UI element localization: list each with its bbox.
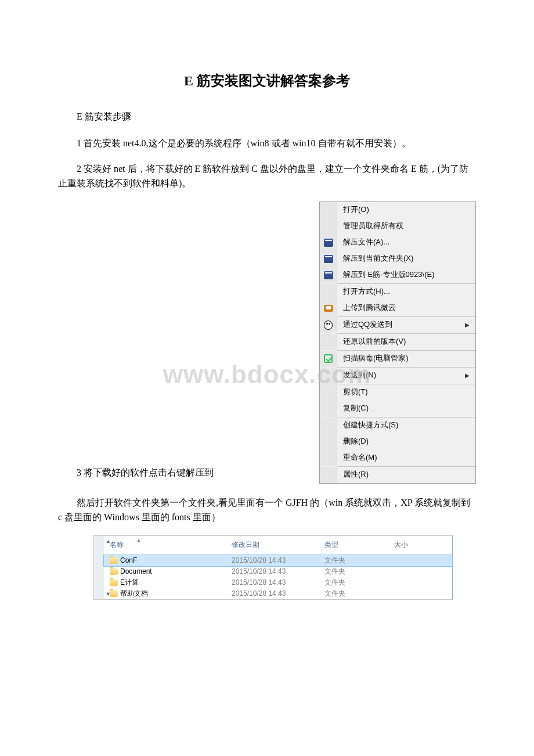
folder-icon	[110, 579, 118, 586]
menu-properties[interactable]: 属性(R)	[320, 467, 475, 483]
menu-qq-send[interactable]: 通过QQ发送到▶	[320, 317, 475, 333]
cloud-icon	[324, 305, 333, 312]
archive-icon	[324, 255, 333, 263]
col-date-header[interactable]: 修改日期	[232, 539, 324, 550]
menu-shortcut[interactable]: 创建快捷方式(S)	[320, 417, 475, 434]
step-4: 然后打开软件文件夹第一个文件夹,看见里面有一个 GJFH 的（win 系统就双击…	[58, 495, 476, 525]
folder-icon	[110, 568, 118, 575]
subtitle: E 筋安装步骤	[58, 109, 476, 124]
menu-extract-e[interactable]: 解压到 E筋-专业版0923\(E)	[320, 267, 475, 283]
menu-open[interactable]: 打开(O)	[320, 202, 475, 218]
document-title: E 筋安装图文讲解答案参考	[58, 70, 476, 92]
file-row[interactable]: E计算 2015/10/28 14:43 文件夹	[104, 577, 452, 588]
submenu-arrow-icon: ▶	[465, 321, 475, 330]
menu-extract-a[interactable]: 解压文件(A)...	[320, 235, 475, 251]
step-1: 1 首先安装 net4.0,这个是必要的系统程序（win8 或者 win10 自…	[58, 136, 476, 151]
menu-rename[interactable]: 重命名(M)	[320, 450, 475, 466]
col-name-header[interactable]: ▲名称	[110, 539, 232, 550]
submenu-arrow-icon: ▶	[465, 371, 475, 380]
menu-open-with[interactable]: 打开方式(H)...	[320, 284, 475, 300]
step-2: 2 安装好 net 后，将下载好的 E 筋软件放到 C 盘以外的盘里，建立一个文…	[58, 161, 476, 191]
menu-cut[interactable]: 剪切(T)	[320, 384, 475, 401]
step-3-label: 3 将下载好的软件点击右键解压到	[58, 465, 214, 484]
file-row[interactable]: Document 2015/10/28 14:43 文件夹	[104, 566, 452, 577]
menu-send-to[interactable]: 发送到(N)▶	[320, 368, 475, 384]
archive-icon	[324, 271, 333, 279]
menu-restore[interactable]: 还原以前的版本(V)	[320, 334, 475, 350]
sort-asc-icon: ▲	[136, 537, 141, 545]
context-menu: 打开(O) 管理员取得所有权 解压文件(A)... 解压到当前文件夹(X) 解压…	[319, 201, 476, 484]
menu-extract-x[interactable]: 解压到当前文件夹(X)	[320, 251, 475, 267]
col-type-header[interactable]: 类型	[324, 539, 394, 550]
menu-upload-weiyun[interactable]: 上传到腾讯微云	[320, 300, 475, 316]
menu-copy[interactable]: 复制(C)	[320, 401, 475, 417]
folder-icon	[110, 591, 118, 597]
file-row[interactable]: 帮助文档 2015/10/28 14:43 文件夹	[104, 588, 452, 599]
folder-icon	[110, 557, 118, 564]
file-row[interactable]: ConF 2015/10/28 14:43 文件夹	[104, 555, 452, 566]
explorer-header: ▲名称 修改日期 类型 大小	[104, 536, 452, 555]
menu-delete[interactable]: 删除(D)	[320, 434, 475, 450]
file-explorer: ▲ ▼ ▲名称 修改日期 类型 大小 ConF 2015/10/28 14:43…	[93, 535, 453, 600]
menu-admin[interactable]: 管理员取得所有权	[320, 218, 475, 235]
menu-scan[interactable]: 扫描病毒(电脑管家)	[320, 351, 475, 367]
archive-icon	[324, 239, 333, 247]
shield-icon	[324, 354, 333, 363]
col-size-header[interactable]: 大小	[394, 539, 448, 550]
qq-icon	[324, 321, 333, 330]
